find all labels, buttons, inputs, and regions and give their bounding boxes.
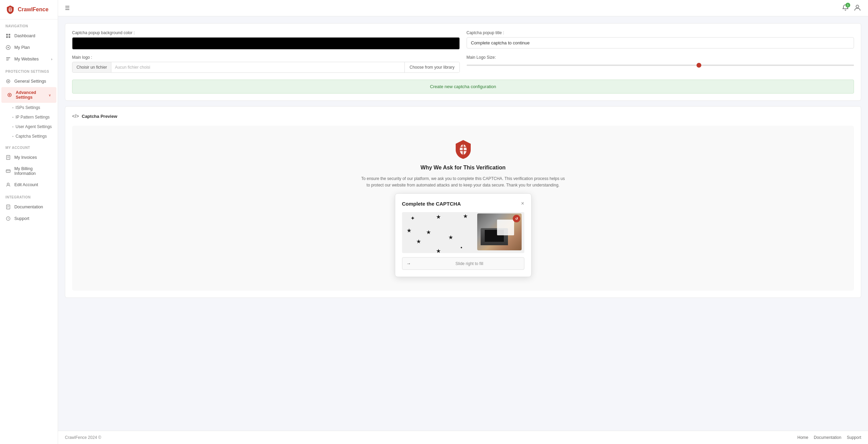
svg-point-11 bbox=[8, 47, 9, 48]
star-3: ★ bbox=[463, 213, 468, 219]
captcha-image-area: ✦ ★ ★ ★ ★ ★ ★ ★ ★ ★ • • • bbox=[402, 212, 524, 253]
captcha-white-overlay bbox=[497, 220, 514, 235]
star-14: ★ bbox=[436, 248, 441, 253]
svg-point-16 bbox=[8, 81, 9, 82]
main-logo-group: Main logo : Choisir un fichier Aucun fic… bbox=[72, 55, 460, 73]
star-6: ★ bbox=[426, 230, 431, 235]
sidebar: CrawlFence NAVIGATION Dashboard My Plan … bbox=[0, 0, 58, 444]
logo-size-label: Main Logo Size: bbox=[467, 55, 854, 60]
sidebar-item-invoices[interactable]: My Invoices bbox=[0, 152, 58, 163]
star-8: ★ bbox=[416, 239, 421, 244]
main-content: ☰ 1 Captcha popup background color : Cap… bbox=[58, 0, 868, 444]
color-picker-block[interactable] bbox=[72, 37, 460, 50]
sidebar-invoices-label: My Invoices bbox=[14, 155, 37, 160]
sidebar-documentation-label: Documentation bbox=[14, 205, 43, 209]
star-5: ★ bbox=[407, 228, 411, 233]
footer-home-link[interactable]: Home bbox=[797, 435, 808, 440]
support-icon: ? bbox=[5, 216, 11, 221]
bg-color-group: Captcha popup background color : bbox=[72, 30, 460, 50]
sidebar-item-general-settings[interactable]: General Settings bbox=[0, 75, 58, 87]
svg-rect-13 bbox=[6, 59, 9, 59]
sidebar-item-advanced-settings[interactable]: Advanced Settings ∨ bbox=[1, 87, 56, 103]
preview-shield-logo bbox=[454, 139, 472, 160]
preview-title: Captcha Preview bbox=[82, 114, 117, 119]
mywebsites-icon bbox=[5, 56, 11, 62]
sidebar-isps-label: ISPs Settings bbox=[16, 105, 40, 110]
sidebar-item-isps[interactable]: ISPs Settings bbox=[0, 103, 58, 112]
logo-icon bbox=[5, 5, 15, 14]
popup-title-group: Captcha popup title : bbox=[467, 30, 854, 50]
sidebar-item-edit-account[interactable]: Edit Account bbox=[0, 179, 58, 191]
topbar: ☰ 1 bbox=[58, 0, 868, 16]
slider-arrow-icon: → bbox=[402, 258, 415, 269]
modal-header: Complete the CAPTCHA × bbox=[402, 200, 524, 207]
preview-why-title: Why We Ask for This Verification bbox=[421, 165, 506, 171]
sidebar-item-myplan[interactable]: My Plan bbox=[0, 42, 58, 53]
sidebar-item-ip-pattern[interactable]: IP Pattern Settings bbox=[0, 112, 58, 122]
sidebar-dashboard-label: Dashboard bbox=[14, 33, 35, 38]
logo: CrawlFence bbox=[0, 0, 58, 19]
bg-color-label: Captcha popup background color : bbox=[72, 30, 460, 35]
nav-section-label: NAVIGATION bbox=[0, 19, 58, 30]
popup-title-input[interactable] bbox=[467, 37, 854, 48]
popup-title-label: Captcha popup title : bbox=[467, 30, 854, 35]
sidebar-user-agent-label: User Agent Settings bbox=[16, 124, 52, 129]
sidebar-item-mywebsites[interactable]: My Websites › bbox=[0, 53, 58, 65]
preview-why-desc: To ensure the security of our platform, … bbox=[361, 176, 566, 189]
brand-name: CrawlFence bbox=[18, 6, 49, 13]
footer-copyright: CrawlFence 2024 © bbox=[65, 435, 101, 440]
sidebar-item-dashboard[interactable]: Dashboard bbox=[0, 30, 58, 42]
svg-rect-7 bbox=[9, 34, 10, 36]
user-avatar-button[interactable] bbox=[854, 4, 861, 12]
captcha-photo: ↺ bbox=[477, 213, 522, 250]
sidebar-item-support[interactable]: ? Support bbox=[0, 213, 58, 224]
captcha-slider-bar[interactable]: → Slide right to fill bbox=[402, 257, 524, 270]
footer: CrawlFence 2024 © Home Documentation Sup… bbox=[58, 431, 868, 444]
topbar-left: ☰ bbox=[65, 5, 70, 11]
slider-instruction: Slide right to fill bbox=[415, 258, 524, 269]
sidebar-edit-account-label: Edit Account bbox=[14, 182, 38, 187]
svg-rect-22 bbox=[6, 170, 10, 172]
modal-close-button[interactable]: × bbox=[521, 200, 524, 207]
create-captcha-button[interactable]: Create new captcha configuration bbox=[72, 80, 854, 94]
sidebar-item-captcha[interactable]: Captcha Settings bbox=[0, 131, 58, 141]
captcha-refresh-icon[interactable]: ↺ bbox=[513, 215, 520, 222]
svg-rect-8 bbox=[6, 36, 8, 38]
form-row-2: Main logo : Choisir un fichier Aucun fic… bbox=[72, 55, 854, 73]
sidebar-item-billing[interactable]: My Billing Information bbox=[0, 163, 58, 179]
logo-size-slider-area bbox=[467, 62, 854, 66]
svg-point-30 bbox=[856, 5, 859, 8]
slider-thumb[interactable] bbox=[697, 63, 701, 68]
library-button[interactable]: Choose from your library bbox=[404, 62, 459, 72]
svg-rect-12 bbox=[6, 57, 10, 58]
sidebar-captcha-label: Captcha Settings bbox=[16, 134, 47, 139]
topbar-right: 1 bbox=[842, 4, 861, 12]
slider-track[interactable] bbox=[467, 65, 854, 66]
sidebar-myplan-label: My Plan bbox=[14, 45, 30, 50]
documentation-icon bbox=[5, 204, 11, 210]
captcha-form-section: Captcha popup background color : Captcha… bbox=[65, 23, 861, 101]
svg-point-24 bbox=[7, 183, 9, 185]
main-logo-label: Main logo : bbox=[72, 55, 460, 60]
file-name-display: Aucun fichier choisi bbox=[111, 62, 404, 72]
preview-body: Why We Ask for This Verification To ensu… bbox=[72, 126, 854, 291]
advanced-settings-chevron-icon: ∨ bbox=[49, 93, 51, 97]
captcha-modal: Complete the CAPTCHA × ✦ ★ ★ ★ ★ ★ ★ bbox=[395, 193, 532, 277]
star-1: ✦ bbox=[411, 216, 415, 221]
mywebsites-chevron-icon: › bbox=[51, 57, 52, 61]
notification-button[interactable]: 1 bbox=[842, 4, 849, 12]
sidebar-general-settings-label: General Settings bbox=[14, 79, 46, 84]
sidebar-item-user-agent[interactable]: User Agent Settings bbox=[0, 122, 58, 131]
sidebar-item-documentation[interactable]: Documentation bbox=[0, 201, 58, 213]
logo-size-group: Main Logo Size: bbox=[467, 55, 854, 73]
code-icon: </> bbox=[72, 113, 79, 119]
hamburger-icon[interactable]: ☰ bbox=[65, 5, 70, 11]
file-input-wrapper: Choisir un fichier Aucun fichier choisi … bbox=[72, 62, 460, 73]
form-row-1: Captcha popup background color : Captcha… bbox=[72, 30, 854, 50]
svg-rect-9 bbox=[9, 36, 10, 38]
choose-file-button[interactable]: Choisir un fichier bbox=[72, 62, 111, 72]
footer-support-link[interactable]: Support bbox=[847, 435, 861, 440]
svg-point-18 bbox=[9, 94, 10, 96]
captcha-preview-section: </> Captcha Preview Why We Ask for This … bbox=[65, 106, 861, 298]
footer-documentation-link[interactable]: Documentation bbox=[814, 435, 841, 440]
